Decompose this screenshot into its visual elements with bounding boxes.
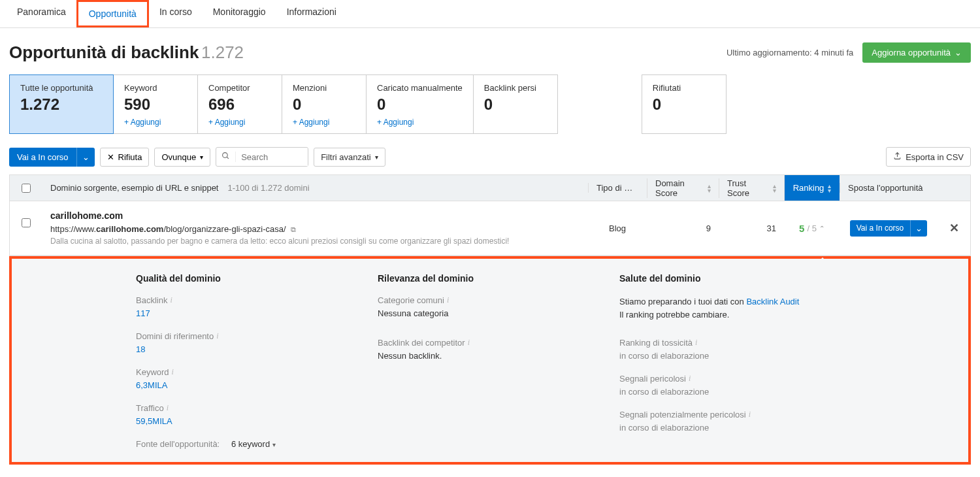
- main-tabs: Panoramica Opportunità In corso Monitora…: [0, 0, 980, 28]
- row-checkbox[interactable]: [22, 218, 31, 227]
- url-link[interactable]: https://www.carillohome.com/blog/organiz…: [50, 224, 575, 234]
- add-keyword-link[interactable]: + Aggiungi: [124, 118, 187, 127]
- chevron-up-icon: ⌃: [819, 225, 825, 232]
- categories-value: Nessuna categoria: [378, 308, 619, 318]
- search-input[interactable]: [236, 148, 308, 166]
- tab-informazioni[interactable]: Informazioni: [276, 0, 347, 27]
- svg-point-0: [223, 153, 228, 158]
- stat-cards: Tutte le opportunità 1.272 Keyword 590 +…: [0, 74, 980, 147]
- potentially-dangerous-value: in corso di elaborazione: [619, 423, 894, 433]
- go-in-progress-caret[interactable]: ⌄: [76, 148, 95, 167]
- anywhere-dropdown[interactable]: Ovunque ▾: [154, 148, 210, 167]
- card-manual[interactable]: Caricato manualmente 0 + Aggiungi: [366, 74, 474, 134]
- refresh-button[interactable]: Aggiorna opportunità ⌄: [862, 42, 971, 63]
- info-icon[interactable]: i: [695, 338, 697, 348]
- select-all-checkbox[interactable]: [22, 184, 31, 193]
- chevron-down-icon: ⌄: [915, 223, 923, 233]
- col-domain-score[interactable]: Domain Score ▴▾: [647, 178, 719, 198]
- page-count: 1.272: [201, 42, 244, 62]
- export-csv-button[interactable]: Esporta in CSV: [886, 147, 971, 167]
- snippet-text: Dalla cucina al salotto, passando per ba…: [50, 237, 575, 246]
- backlink-value[interactable]: 117: [136, 308, 378, 318]
- table-row: carillohome.com https://www.carillohome.…: [10, 201, 970, 255]
- sort-icon: ▴▾: [828, 184, 831, 193]
- source-label: Fonte dell'opportunità:: [136, 439, 220, 449]
- info-icon[interactable]: i: [170, 295, 172, 305]
- table-header: Dominio sorgente, esempio di URL e snipp…: [10, 175, 970, 201]
- chevron-down-icon: ⌄: [955, 48, 962, 58]
- col-trust-score[interactable]: Trust Score ▴▾: [719, 178, 784, 198]
- chevron-down-icon: ▾: [272, 441, 276, 448]
- info-icon[interactable]: i: [216, 331, 218, 341]
- card-rejected[interactable]: Rifiutati 0: [642, 74, 727, 134]
- backlink-audit-link[interactable]: Backlink Audit: [746, 297, 799, 306]
- go-in-progress-button[interactable]: Vai a In corso: [9, 148, 76, 167]
- close-icon: ✕: [107, 152, 114, 162]
- cell-tipo: Blog: [588, 210, 647, 246]
- col-tipo[interactable]: Tipo di …: [588, 183, 647, 193]
- chevron-down-icon: ▾: [200, 154, 203, 161]
- detail-panel: Qualità del dominio Backlinki 117 Domini…: [12, 259, 968, 462]
- row-close-button[interactable]: ✕: [938, 210, 970, 246]
- range-label: 1-100 di 1.272 domini: [228, 183, 310, 193]
- relevance-heading: Rilevanza del dominio: [378, 273, 619, 284]
- info-icon[interactable]: i: [447, 295, 449, 305]
- col-url-label: Dominio sorgente, esempio di URL e snipp…: [50, 183, 219, 193]
- tab-monitoraggio[interactable]: Monitoraggio: [203, 0, 276, 27]
- card-mentions[interactable]: Menzioni 0 + Aggiungi: [282, 74, 367, 134]
- search-icon: [216, 152, 236, 162]
- cell-domain-score: 9: [647, 210, 719, 246]
- svg-line-1: [227, 157, 229, 159]
- external-link-icon: ⧉: [291, 225, 296, 233]
- refdomains-value[interactable]: 18: [136, 344, 378, 354]
- health-heading: Salute del dominio: [619, 273, 894, 284]
- competitor-backlinks-value: Nessun backlink.: [378, 351, 619, 361]
- quality-heading: Qualità del dominio: [136, 273, 378, 284]
- add-manual-link[interactable]: + Aggiungi: [377, 118, 463, 127]
- add-competitor-link[interactable]: + Aggiungi: [208, 118, 271, 127]
- info-icon[interactable]: i: [749, 410, 751, 419]
- upload-icon: [893, 152, 902, 162]
- toxicity-value: in corso di elaborazione: [619, 351, 894, 361]
- row-go-caret[interactable]: ⌄: [910, 220, 927, 237]
- info-icon[interactable]: i: [689, 374, 691, 384]
- row-go-in-progress-button[interactable]: Vai a In corso: [850, 220, 910, 237]
- domain-name: carillohome.com: [50, 210, 575, 221]
- sort-icon: ▴▾: [708, 184, 711, 193]
- cell-trust-score: 31: [719, 210, 784, 246]
- tab-panoramica[interactable]: Panoramica: [7, 0, 76, 27]
- col-move: Sposta l'opportunità: [840, 183, 938, 193]
- page-title: Opportunità di backlink: [9, 42, 199, 62]
- traffic-value[interactable]: 59,5MILA: [136, 416, 378, 426]
- add-mentions-link[interactable]: + Aggiungi: [293, 118, 355, 127]
- card-keyword[interactable]: Keyword 590 + Aggiungi: [113, 74, 198, 134]
- tab-opportunita[interactable]: Opportunità: [76, 0, 149, 27]
- info-icon[interactable]: i: [167, 403, 169, 413]
- card-competitor[interactable]: Competitor 696 + Aggiungi: [197, 74, 282, 134]
- source-dropdown[interactable]: 6 keyword ▾: [231, 439, 276, 449]
- tab-in-corso[interactable]: In corso: [149, 0, 203, 27]
- card-all[interactable]: Tutte le opportunità 1.272: [9, 74, 114, 134]
- dangerous-signals-value: in corso di elaborazione: [619, 387, 894, 397]
- advanced-filters-button[interactable]: Filtri avanzati ▾: [314, 148, 385, 167]
- card-lost[interactable]: Backlink persi 0: [473, 74, 558, 134]
- sort-icon: ▴▾: [773, 184, 776, 193]
- info-icon[interactable]: i: [468, 338, 470, 348]
- keyword-value[interactable]: 6,3MILA: [136, 380, 378, 390]
- chevron-down-icon: ⌄: [82, 152, 90, 162]
- chevron-down-icon: ▾: [375, 154, 378, 161]
- cell-ranking[interactable]: 5 / 5 ⌃: [784, 210, 840, 246]
- last-update-text: Ultimo aggiornamento: 4 minuti fa: [727, 48, 853, 58]
- info-icon[interactable]: i: [172, 367, 174, 377]
- reject-button[interactable]: ✕ Rifiuta: [100, 148, 150, 167]
- col-ranking[interactable]: Ranking ▴▾: [784, 175, 840, 201]
